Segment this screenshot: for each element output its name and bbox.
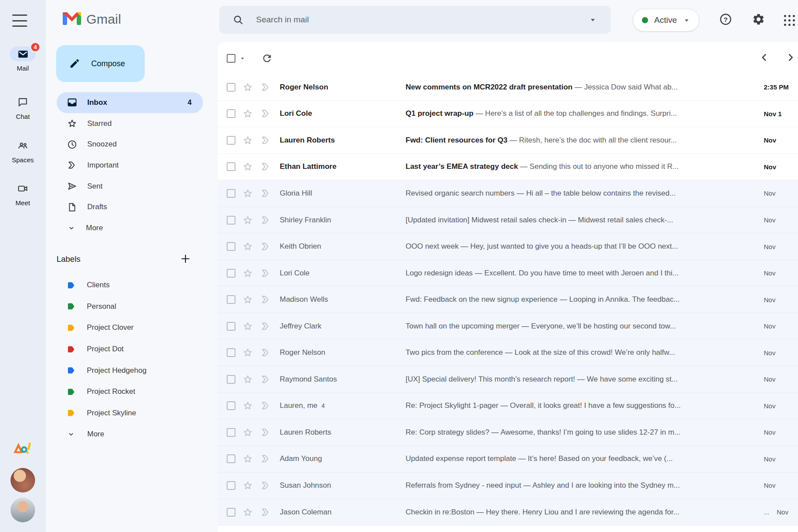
rail-item-mail[interactable]: 4Mail [0, 46, 46, 72]
row-checkbox[interactable] [227, 109, 235, 118]
rail-item-meet[interactable]: Meet [0, 181, 46, 207]
star-icon[interactable] [242, 241, 253, 252]
star-icon[interactable] [242, 480, 253, 491]
row-checkbox[interactable] [227, 322, 235, 331]
select-all-checkbox[interactable] [227, 54, 235, 63]
star-icon[interactable] [242, 188, 253, 199]
email-row[interactable]: Roger NelsonTwo pics from the conference… [218, 339, 798, 366]
rail-item-chat[interactable]: Chat [0, 95, 46, 120]
star-icon[interactable] [242, 294, 253, 305]
star-icon[interactable] [242, 347, 253, 358]
row-checkbox[interactable] [227, 216, 235, 225]
email-row[interactable]: Lori ColeLogo redesign ideas — Excellent… [218, 260, 798, 287]
star-icon[interactable] [242, 82, 253, 93]
search-input[interactable] [255, 14, 588, 25]
select-caret-icon[interactable] [239, 54, 246, 62]
refresh-icon[interactable] [261, 53, 273, 64]
sidebar-item-more[interactable]: More [57, 218, 203, 239]
importance-marker-icon[interactable] [260, 400, 271, 411]
search-options-caret-icon[interactable] [588, 15, 598, 25]
row-checkbox[interactable] [227, 83, 235, 92]
importance-marker-icon[interactable] [260, 480, 271, 491]
email-row[interactable]: Adam YoungUpdated expense report templat… [218, 446, 798, 473]
sidebar-item-important[interactable]: Important [57, 155, 203, 176]
importance-marker-icon[interactable] [260, 161, 271, 172]
search-bar[interactable] [219, 6, 611, 34]
row-checkbox[interactable] [227, 401, 235, 410]
row-checkbox[interactable] [227, 428, 235, 437]
email-row[interactable]: Susan JohnsonReferrals from Sydney - nee… [218, 472, 798, 499]
rail-item-spaces[interactable]: Spaces [0, 138, 46, 164]
star-icon[interactable] [242, 400, 253, 411]
row-checkbox[interactable] [227, 136, 235, 145]
sidebar-item-sent[interactable]: Sent [57, 176, 203, 197]
importance-marker-icon[interactable] [260, 347, 271, 358]
compose-button[interactable]: Compose [56, 45, 145, 82]
label-item-project-dot[interactable]: Project Dot [57, 339, 203, 360]
importance-marker-icon[interactable] [260, 453, 271, 464]
help-button[interactable]: ? [718, 12, 734, 28]
search-icon[interactable] [232, 14, 244, 25]
row-checkbox[interactable] [227, 348, 235, 357]
newer-page-button[interactable] [759, 53, 770, 64]
star-icon[interactable] [242, 161, 253, 172]
importance-marker-icon[interactable] [260, 108, 271, 119]
label-item-more[interactable]: More [57, 424, 203, 445]
sidebar-item-drafts[interactable]: Drafts [57, 196, 203, 218]
sidebar-item-snoozed[interactable]: Snoozed [57, 134, 203, 155]
settings-button[interactable] [751, 12, 766, 28]
email-row[interactable]: Shirley Franklin[Updated invitation] Mid… [218, 207, 798, 234]
star-icon[interactable] [242, 268, 253, 279]
label-item-personal[interactable]: Personal [57, 296, 203, 318]
email-row[interactable]: Ethan LattimoreLast year’s EMEA strategy… [218, 154, 798, 181]
label-item-project-hedgehog[interactable]: Project Hedgehog [57, 360, 203, 381]
avatar[interactable] [11, 498, 35, 522]
email-row[interactable]: Jason ColemanCheckin in re:Boston — Hey … [218, 499, 798, 526]
star-icon[interactable] [242, 453, 253, 464]
email-row[interactable]: Raymond Santos[UX] Special delivery! Thi… [218, 366, 798, 393]
row-checkbox[interactable] [227, 189, 235, 198]
row-checkbox[interactable] [227, 481, 235, 490]
importance-marker-icon[interactable] [260, 321, 271, 332]
sidebar-item-starred[interactable]: Starred [57, 113, 203, 134]
email-row[interactable]: Gloria HillRevised organic search number… [218, 180, 798, 207]
star-icon[interactable] [242, 507, 253, 518]
label-item-project-rocket[interactable]: Project Rocket [57, 381, 203, 403]
importance-marker-icon[interactable] [260, 135, 271, 146]
star-icon[interactable] [242, 108, 253, 119]
email-row[interactable]: Roger NelsonNew comments on MCR2022 draf… [218, 74, 798, 101]
add-label-button[interactable] [179, 254, 192, 266]
email-row[interactable]: Jeffrey ClarkTown hall on the upcoming m… [218, 313, 798, 340]
email-row[interactable]: Lori ColeQ1 project wrap-up — Here’s a l… [218, 101, 798, 128]
email-row[interactable]: Madison WellsFwd: Feedback on the new si… [218, 286, 798, 313]
row-checkbox[interactable] [227, 162, 235, 171]
row-checkbox[interactable] [227, 269, 235, 278]
sidebar-item-inbox[interactable]: Inbox4 [57, 92, 203, 113]
star-icon[interactable] [242, 135, 253, 146]
star-icon[interactable] [242, 321, 253, 332]
row-checkbox[interactable] [227, 375, 235, 384]
label-item-project-skyline[interactable]: Project Skyline [57, 403, 203, 424]
email-row[interactable]: Lauren, me4Re: Project Skylight 1-pager … [218, 393, 798, 420]
star-icon[interactable] [242, 214, 253, 226]
label-item-project-clover[interactable]: Project Clover [57, 317, 203, 339]
label-item-clients[interactable]: Clients [57, 275, 203, 296]
row-checkbox[interactable] [227, 242, 235, 251]
importance-marker-icon[interactable] [260, 82, 271, 93]
importance-marker-icon[interactable] [260, 268, 271, 279]
importance-marker-icon[interactable] [260, 427, 271, 438]
apps-button[interactable] [781, 12, 797, 28]
star-icon[interactable] [242, 427, 253, 438]
importance-marker-icon[interactable] [260, 241, 271, 252]
older-page-button[interactable] [785, 53, 796, 64]
row-checkbox[interactable] [227, 508, 235, 517]
importance-marker-icon[interactable] [260, 374, 271, 385]
importance-marker-icon[interactable] [260, 294, 271, 305]
importance-marker-icon[interactable] [260, 507, 271, 518]
email-row[interactable]: Lauren RobertsFwd: Client resources for … [218, 127, 798, 154]
row-checkbox[interactable] [227, 454, 235, 463]
main-menu-icon[interactable] [12, 14, 27, 27]
row-checkbox[interactable] [227, 295, 235, 304]
importance-marker-icon[interactable] [260, 188, 271, 199]
email-row[interactable]: Keith ObrienOOO next week — Hey, just wa… [218, 233, 798, 260]
